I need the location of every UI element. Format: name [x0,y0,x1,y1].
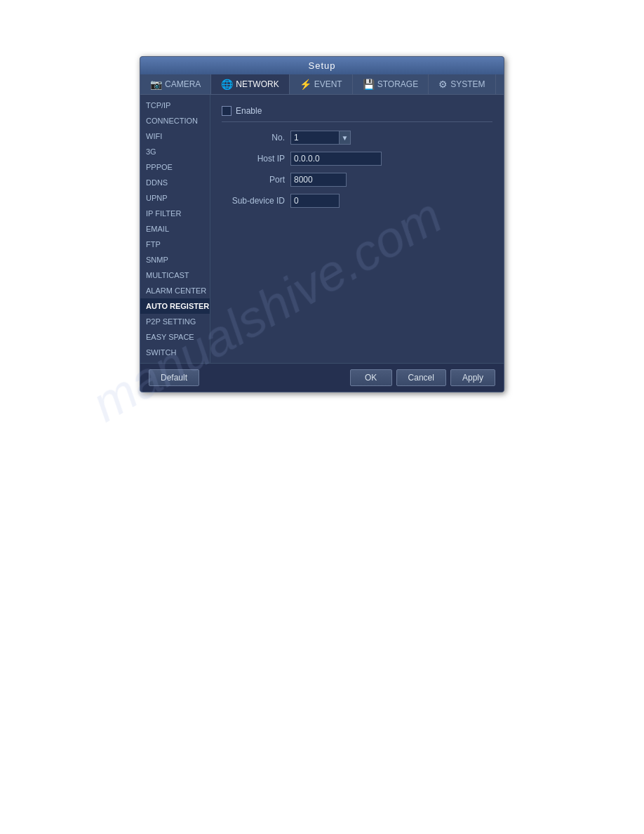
form-row-port: Port [222,173,492,187]
tab-camera[interactable]: 📷 CAMERA [140,74,211,94]
label-port: Port [222,175,285,185]
tab-system[interactable]: ⚙ SYSTEM [429,74,495,94]
sidebar-item-3g[interactable]: 3G [140,144,210,159]
footer-bar: Default OK Cancel Apply [140,363,504,392]
sidebar-item-tcpip[interactable]: TCP/IP [140,98,210,113]
cancel-button[interactable]: Cancel [396,369,446,386]
sidebar-item-ftp[interactable]: FTP [140,237,210,252]
form-row-hostip: Host IP [222,152,492,166]
sidebar-item-multicast[interactable]: MULTICAST [140,267,210,283]
event-icon: ⚡ [300,79,311,90]
label-subdeviceid: Sub-device ID [222,196,285,206]
sidebar-item-easyspace[interactable]: EASY SPACE [140,329,210,345]
sidebar-item-ipfilter[interactable]: IP FILTER [140,206,210,221]
enable-label: Enable [236,106,262,116]
enable-row: Enable [222,106,492,122]
network-icon: 🌐 [221,79,233,90]
dropdown-arrow-no[interactable]: ▼ [340,131,351,145]
apply-button[interactable]: Apply [450,369,495,386]
sidebar-item-connection[interactable]: CONNECTION [140,113,210,128]
tab-event[interactable]: ⚡ EVENT [290,74,353,94]
main-panel: Enable No. ▼ Host IP Port [210,95,504,363]
input-group-no: ▼ [290,131,351,145]
setup-window: Setup 📷 CAMERA 🌐 NETWORK ⚡ EVENT 💾 STORA… [140,56,504,392]
sidebar-item-pppoe[interactable]: PPPOE [140,159,210,175]
input-port[interactable] [290,173,347,187]
footer-left: Default [149,369,199,386]
sidebar-item-autoregister[interactable]: AUTO REGISTER [140,298,210,314]
label-hostip: Host IP [222,154,285,164]
enable-checkbox[interactable] [222,106,232,116]
tab-bar: 📷 CAMERA 🌐 NETWORK ⚡ EVENT 💾 STORAGE ⚙ S… [140,74,504,95]
sidebar-item-upnp[interactable]: UPNP [140,190,210,206]
label-no: No. [222,133,285,143]
form-row-no: No. ▼ [222,131,492,145]
tab-storage[interactable]: 💾 STORAGE [353,74,429,94]
system-icon: ⚙ [438,79,448,90]
sidebar-item-p2psetting[interactable]: P2P SETTING [140,314,210,329]
storage-icon: 💾 [363,79,375,90]
sidebar-item-switch[interactable]: SWITCH [140,345,210,360]
sidebar-item-ddns[interactable]: DDNS [140,175,210,190]
title-bar: Setup [140,57,504,74]
sidebar-item-wifi[interactable]: WIFI [140,128,210,144]
camera-icon: 📷 [150,79,162,90]
default-button[interactable]: Default [149,369,199,386]
form-row-subdeviceid: Sub-device ID [222,194,492,208]
sidebar-item-snmp[interactable]: SNMP [140,252,210,267]
sidebar-item-alarmcenter[interactable]: ALARM CENTER [140,283,210,298]
sidebar: TCP/IP CONNECTION WIFI 3G PPPOE DDNS UPN… [140,95,210,363]
input-subdeviceid[interactable] [290,194,340,208]
ok-button[interactable]: OK [350,369,392,386]
sidebar-item-email[interactable]: EMAIL [140,221,210,237]
input-hostip[interactable] [290,152,382,166]
footer-right: OK Cancel Apply [350,369,495,386]
content-area: TCP/IP CONNECTION WIFI 3G PPPOE DDNS UPN… [140,95,504,363]
tab-network[interactable]: 🌐 NETWORK [211,74,289,94]
input-no[interactable] [290,131,340,145]
window-title: Setup [309,60,336,71]
